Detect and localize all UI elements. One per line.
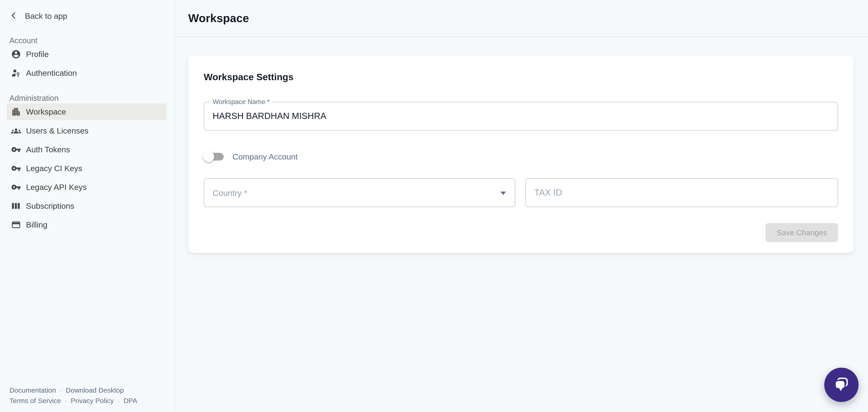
toggle-thumb <box>203 151 214 162</box>
building-icon <box>11 107 21 117</box>
sidebar-footer: Documentation · Download Desktop Terms o… <box>9 385 137 407</box>
sidebar-item-workspace[interactable]: Workspace <box>7 104 166 120</box>
card-title: Workspace Settings <box>204 72 293 83</box>
footer-link-terms[interactable]: Terms of Service <box>9 396 61 406</box>
back-to-app-button[interactable]: Back to app <box>9 8 165 24</box>
sidebar: Back to app Account Profile Authenticati… <box>0 0 175 412</box>
key-icon <box>11 164 21 173</box>
back-to-app-label: Back to app <box>25 11 67 21</box>
sidebar-item-label: Workspace <box>26 107 66 116</box>
account-circle-icon <box>11 49 21 59</box>
save-changes-button[interactable]: Save Changes <box>766 223 838 242</box>
sidebar-item-auth-tokens[interactable]: Auth Tokens <box>7 141 166 158</box>
section-title-administration: Administration <box>9 94 165 102</box>
sidebar-item-label: Authentication <box>26 68 77 78</box>
sidebar-item-authentication[interactable]: Authentication <box>7 65 166 81</box>
sidebar-item-legacy-api-keys[interactable]: Legacy API Keys <box>7 179 166 196</box>
page-title: Workspace <box>188 11 249 25</box>
sidebar-item-profile[interactable]: Profile <box>7 46 166 63</box>
footer-link-download-desktop[interactable]: Download Desktop <box>66 385 124 396</box>
footer-link-dpa[interactable]: DPA <box>124 396 137 406</box>
workspace-settings-page: Back to app Account Profile Authenticati… <box>0 0 868 412</box>
person-key-icon <box>11 68 21 78</box>
key-icon <box>11 145 21 154</box>
workspace-name-label: Workspace Name * <box>210 98 272 106</box>
main-area: Workspace Workspace Settings Workspace N… <box>175 0 868 412</box>
footer-separator: · <box>118 396 120 406</box>
section-title-account: Account <box>9 36 165 45</box>
sidebar-item-label: Billing <box>26 220 48 229</box>
dropdown-arrow-icon <box>500 192 506 195</box>
sidebar-item-subscriptions[interactable]: Subscriptions <box>7 198 166 214</box>
chat-launcher-button[interactable] <box>824 367 859 402</box>
footer-link-privacy[interactable]: Privacy Policy <box>71 396 114 406</box>
workspace-settings-card: Workspace Settings Workspace Name * Comp… <box>188 55 854 253</box>
footer-separator: · <box>60 385 62 396</box>
company-account-label: Company Account <box>232 152 298 161</box>
sidebar-item-label: Users & Licenses <box>26 126 88 135</box>
workspace-name-field: Workspace Name * <box>204 102 838 131</box>
company-account-toggle[interactable] <box>204 151 225 163</box>
sidebar-item-label: Legacy CI Keys <box>26 164 82 173</box>
main-header: Workspace <box>175 0 868 37</box>
sidebar-item-label: Legacy API Keys <box>26 183 87 192</box>
country-label: Country * <box>213 179 247 208</box>
footer-separator: · <box>65 396 67 406</box>
sidebar-item-label: Subscriptions <box>26 202 74 210</box>
content-area: Workspace Settings Workspace Name * Comp… <box>175 37 868 412</box>
columns-icon <box>11 201 21 211</box>
tax-id-field <box>525 178 838 207</box>
groups-icon <box>11 126 21 136</box>
credit-card-icon <box>11 220 21 230</box>
sidebar-item-billing[interactable]: Billing <box>7 216 166 233</box>
country-select[interactable]: Country * <box>204 178 515 207</box>
sidebar-item-label: Profile <box>26 50 49 59</box>
sidebar-item-label: Auth Tokens <box>26 145 70 154</box>
sidebar-item-users-licenses[interactable]: Users & Licenses <box>7 122 166 139</box>
sidebar-item-legacy-ci-keys[interactable]: Legacy CI Keys <box>7 160 166 177</box>
chevron-left-icon <box>9 11 19 21</box>
footer-link-documentation[interactable]: Documentation <box>9 385 56 396</box>
tax-id-input[interactable] <box>526 179 838 207</box>
key-icon <box>11 182 21 192</box>
company-account-row: Company Account <box>204 148 298 165</box>
chat-bubbles-icon <box>833 376 850 393</box>
workspace-name-input[interactable] <box>204 102 838 130</box>
